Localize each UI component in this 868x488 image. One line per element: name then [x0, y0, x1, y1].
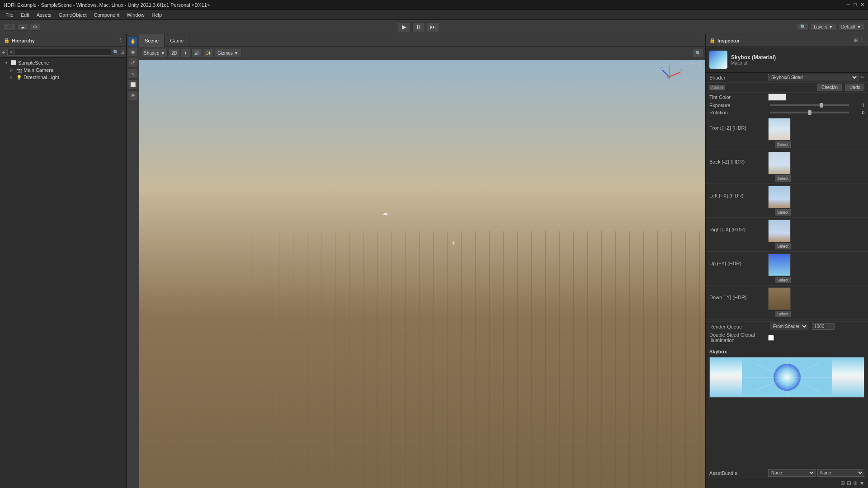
shader-edit-icon[interactable]: ✏: [860, 75, 864, 80]
menu-gameobject[interactable]: GameObject: [55, 11, 90, 19]
hierarchy-item-dirlight[interactable]: ▷ 💡 Directional Light: [0, 74, 126, 81]
minimize-icon[interactable]: ─: [847, 2, 850, 8]
rotate-tool[interactable]: ↺: [128, 58, 138, 68]
up-select-btn[interactable]: Select: [775, 277, 791, 283]
hierarchy-menu-icon[interactable]: ⋮: [118, 38, 123, 43]
maximize-icon[interactable]: □: [854, 2, 857, 8]
svg-point-3: [667, 75, 671, 79]
play-button[interactable]: ▶: [398, 22, 410, 32]
menu-component[interactable]: Component: [90, 11, 123, 19]
default-label: Default: [841, 24, 856, 29]
left-texture-slot[interactable]: [768, 186, 791, 208]
audio-btn[interactable]: 🔊: [191, 49, 202, 58]
light-expand-icon: ▷: [9, 75, 14, 80]
inspector-menu-icon[interactable]: ⋮: [859, 38, 864, 43]
inspector-bottom-bar: ⊞ ⊟ ⊕ ★: [706, 478, 868, 488]
layers-btn[interactable]: Layers ▼: [811, 23, 836, 31]
step-button[interactable]: ⏭: [427, 22, 439, 32]
scene-panel-menu[interactable]: ⋮: [698, 38, 703, 43]
inspector-icon3[interactable]: ⊕: [853, 480, 858, 486]
skybox-preview-label: Skybox: [706, 348, 868, 355]
menu-bar: File Edit Assets GameObject Component Wi…: [0, 10, 868, 20]
exposure-thumb[interactable]: [820, 103, 823, 108]
render-queue-value-input[interactable]: [812, 323, 835, 330]
lighting-btn[interactable]: ☀: [181, 49, 190, 58]
right-select-btn[interactable]: Select: [775, 243, 791, 249]
asset-bundle-variant-dropdown[interactable]: None: [817, 469, 865, 477]
menu-assets[interactable]: Assets: [33, 11, 55, 19]
scale-tool[interactable]: ⤡: [128, 69, 138, 79]
asset-bundle-dropdown[interactable]: None: [768, 469, 816, 477]
scene-tab-bar: Scene Game ⋮: [139, 34, 705, 47]
exposure-label: Exposure: [709, 103, 768, 108]
toolbar-cloud-btn[interactable]: ☁: [17, 23, 28, 31]
search-scene-btn[interactable]: 🔍: [693, 49, 703, 58]
inspector-icon2[interactable]: ⊟: [847, 480, 851, 486]
toolbar-transform-btn[interactable]: ⬛: [4, 23, 15, 31]
menu-help[interactable]: Help: [148, 11, 165, 19]
move-tool[interactable]: ✚: [128, 47, 138, 57]
rect-tool[interactable]: ⬜: [128, 80, 138, 89]
default-btn[interactable]: Default ▼: [838, 23, 864, 31]
exposure-value: 1: [851, 103, 864, 108]
hierarchy-item-maincamera[interactable]: ▷ 📷 Main Camera: [0, 66, 126, 74]
scene-persp-label: < Persp: [686, 61, 702, 66]
shading-mode-btn[interactable]: Shaded ▼: [141, 49, 168, 58]
front-texture-slot[interactable]: [768, 118, 791, 141]
hierarchy-item-samplescene[interactable]: ▼ ⬜ SampleScene ⋮: [0, 59, 126, 66]
down-select-btn[interactable]: Select: [775, 311, 791, 317]
rotation-slider[interactable]: [770, 112, 849, 113]
shader-dropdown[interactable]: Skybox/6 Sided: [768, 74, 859, 81]
left-texture-row: Left [+X] (HDR) Select: [706, 184, 868, 218]
menu-window[interactable]: Window: [123, 11, 148, 19]
hierarchy-search-icon: 🔍: [113, 50, 118, 55]
transform-tool[interactable]: ⊕: [128, 90, 138, 100]
inspector-title: Inspector: [717, 38, 740, 43]
down-texture-label: Down [-Y] (HDR): [709, 287, 768, 300]
scene-view[interactable]: ☀ ☁ X Z Y < Persp: [139, 60, 705, 488]
pause-button[interactable]: ⏸: [412, 22, 425, 32]
rotation-thumb[interactable]: [808, 110, 811, 115]
front-select-btn[interactable]: Select: [775, 141, 791, 148]
menu-file[interactable]: File: [2, 11, 17, 19]
hierarchy-options-icon[interactable]: ⊞: [120, 49, 124, 55]
inspector-lock-icon: 🔒: [709, 38, 716, 43]
double-sided-gi-checkbox[interactable]: [768, 335, 774, 341]
render-queue-dropdown[interactable]: From Shader: [770, 323, 808, 330]
close-icon[interactable]: ✕: [860, 2, 864, 8]
2d-btn[interactable]: 2D: [169, 49, 180, 58]
left-select-btn[interactable]: Select: [775, 209, 791, 216]
up-texture-slot[interactable]: [768, 253, 791, 276]
down-texture-slot[interactable]: [768, 287, 791, 310]
effects-btn[interactable]: ✨: [203, 49, 214, 58]
inspector-icon1[interactable]: ⊞: [840, 480, 845, 486]
search-toolbar-btn[interactable]: 🔍: [797, 23, 809, 31]
back-select-btn[interactable]: Select: [775, 175, 791, 182]
hierarchy-scene-menu[interactable]: ⋮: [118, 60, 123, 66]
tint-color-swatch[interactable]: [768, 94, 786, 101]
added-badge: Added: [709, 85, 725, 90]
back-texture-slot[interactable]: [768, 152, 791, 174]
scene-area: Scene Game ⋮ Shaded ▼ 2D ☀ 🔊 ✨ Gizmos ▼ …: [139, 34, 705, 488]
checkin-btn[interactable]: Checkin: [817, 84, 842, 91]
tab-scene[interactable]: Scene: [139, 34, 165, 47]
hierarchy-search-input[interactable]: [7, 49, 111, 56]
inspector-star-icon[interactable]: ★: [859, 480, 864, 486]
undo-btn[interactable]: Undo: [845, 84, 864, 91]
double-sided-gi-row: Double Sided Global Illumination: [706, 331, 868, 344]
menu-edit[interactable]: Edit: [17, 11, 33, 19]
hand-tool[interactable]: ✋: [128, 36, 138, 46]
up-texture-row: Up [+Y] (HDR) Select: [706, 252, 868, 286]
rotation-value: 0: [851, 110, 864, 115]
gizmos-btn[interactable]: Gizmos ▼: [215, 49, 241, 58]
tab-game[interactable]: Game: [165, 34, 189, 47]
inspector-expand-icon[interactable]: ⊞: [854, 38, 858, 43]
hierarchy-tree: ▼ ⬜ SampleScene ⋮ ▷ 📷 Main Camera ▷ 💡 Di…: [0, 58, 126, 488]
exposure-slider[interactable]: [770, 104, 849, 106]
scene-expand-icon: ▼: [4, 60, 9, 66]
right-texture-slot[interactable]: [768, 220, 791, 242]
scene-grid: [139, 231, 705, 488]
toolbar-gear-btn[interactable]: ⚙: [30, 23, 40, 31]
scene-gizmo: X Z Y: [656, 63, 683, 90]
hierarchy-add-btn[interactable]: +: [2, 49, 5, 56]
